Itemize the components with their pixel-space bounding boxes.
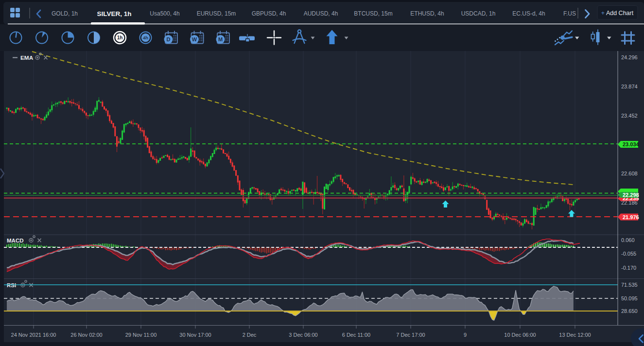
svg-text:24.296: 24.296: [621, 54, 638, 60]
svg-text:W: W: [192, 36, 197, 42]
svg-text:Usa500, 4h: Usa500, 4h: [150, 10, 179, 17]
svg-text:F.US: F.US: [563, 10, 576, 17]
svg-text:28.650: 28.650: [621, 308, 638, 314]
svg-text:USDCAD, 1h: USDCAD, 1h: [461, 10, 496, 17]
svg-text:23.034: 23.034: [623, 141, 640, 147]
svg-text:23.874: 23.874: [621, 84, 638, 89]
svg-text:EMA: EMA: [20, 54, 34, 61]
svg-text:50.095: 50.095: [621, 295, 638, 301]
svg-text:SILVER, 1h: SILVER, 1h: [97, 10, 131, 17]
svg-text:21.976: 21.976: [623, 214, 639, 220]
svg-text:ETHUSD, 4h: ETHUSD, 4h: [410, 10, 444, 17]
svg-text:GOLD, 1h: GOLD, 1h: [52, 10, 78, 17]
svg-text:GBPUSD, 4h: GBPUSD, 4h: [252, 10, 286, 17]
svg-text:0.060: 0.060: [621, 237, 635, 243]
svg-text:3 Dec 06:00: 3 Dec 06:00: [289, 332, 317, 338]
svg-text:2 Dec: 2 Dec: [243, 332, 257, 338]
svg-text:EURUSD, 15m: EURUSD, 15m: [197, 10, 236, 17]
svg-text:9: 9: [464, 332, 467, 338]
svg-text:-0.055: -0.055: [621, 251, 636, 257]
svg-text:23.452: 23.452: [621, 113, 638, 119]
svg-text:EC.US-d, 4h: EC.US-d, 4h: [512, 10, 545, 17]
svg-text:10 Dec 06:00: 10 Dec 06:00: [504, 332, 536, 338]
svg-text:4h: 4h: [143, 35, 148, 40]
svg-text:MACD: MACD: [7, 238, 24, 243]
svg-text:30 Nov 17:00: 30 Nov 17:00: [179, 332, 211, 338]
svg-text:71.535: 71.535: [621, 282, 638, 288]
svg-text:7 Dec 17:00: 7 Dec 17:00: [396, 332, 425, 338]
svg-text:26 Nov 02:00: 26 Nov 02:00: [70, 332, 102, 338]
svg-text:22.298: 22.298: [623, 192, 639, 198]
svg-text:BTCUSD, 15m: BTCUSD, 15m: [354, 10, 392, 17]
svg-text:29 Nov 11:00: 29 Nov 11:00: [125, 332, 157, 338]
svg-text:13 Dec 12:00: 13 Dec 12:00: [559, 332, 591, 338]
svg-text:6 Dec 11:00: 6 Dec 11:00: [342, 332, 371, 338]
svg-text:M: M: [218, 36, 223, 42]
svg-text:AUDUSD, 4h: AUDUSD, 4h: [304, 10, 338, 17]
svg-text:RSI: RSI: [7, 282, 16, 288]
svg-text:24 Nov 2021 16:00: 24 Nov 2021 16:00: [11, 332, 56, 338]
svg-text:+ Add Chart: + Add Chart: [601, 10, 634, 17]
svg-text:D: D: [167, 36, 171, 42]
svg-text:-0.170: -0.170: [621, 265, 636, 271]
svg-text:1h: 1h: [117, 35, 123, 40]
svg-text:22.608: 22.608: [621, 171, 638, 176]
